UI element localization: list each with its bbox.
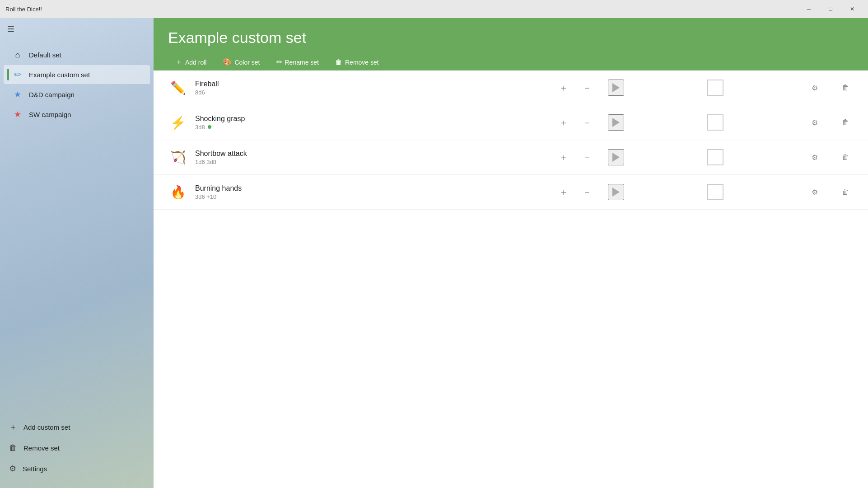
rename-set-label: Rename set: [285, 59, 319, 66]
delete-button[interactable]: 🗑: [837, 149, 854, 165]
roll-item-shocking-grasp: ⚡ Shocking grasp 3d8 ＋ －: [154, 105, 868, 140]
settings-button[interactable]: ⚙: [807, 184, 823, 200]
gear-icon: ⚙: [9, 464, 16, 474]
roll-info-shocking-grasp: Shocking grasp 3d8: [195, 115, 550, 131]
roll-info-fireball: Fireball 8d6: [195, 80, 550, 96]
trash-icon: 🗑: [842, 118, 849, 127]
maximize-button[interactable]: □: [820, 2, 841, 16]
remove-set-label: Remove set: [23, 444, 60, 452]
gear-icon: ⚙: [812, 118, 818, 127]
rolls-list: ✏️ Fireball 8d6 ＋ －: [154, 70, 868, 488]
delete-button[interactable]: 🗑: [837, 80, 854, 96]
roll-controls: ＋ － ⚙ 🗑: [557, 184, 854, 200]
page-title: Example custom set: [168, 29, 854, 47]
title-bar: Roll the Dice!! ─ □ ✕: [0, 0, 868, 18]
color-set-button[interactable]: 🎨 Color set: [215, 54, 267, 70]
sidebar-item-example-custom-set[interactable]: ✏ Example custom set: [4, 65, 150, 84]
roll-info-shortbow-attack: Shortbow attack 1d6 3d8: [195, 150, 550, 165]
color-swatch[interactable]: [707, 149, 723, 165]
gear-icon: ⚙: [812, 188, 818, 197]
roll-name: Fireball: [195, 80, 550, 88]
play-button[interactable]: [608, 149, 624, 165]
quantity-controls: ＋ －: [557, 151, 593, 164]
sidebar-bottom: ＋ Add custom set 🗑 Remove set ⚙ Settings: [0, 409, 154, 488]
play-triangle-icon: [612, 83, 620, 92]
trash-icon: 🗑: [335, 58, 342, 66]
color-swatch[interactable]: [707, 114, 723, 131]
trash-icon: 🗑: [842, 188, 849, 196]
delete-button[interactable]: 🗑: [837, 114, 854, 131]
delete-button[interactable]: 🗑: [837, 184, 854, 200]
sidebar-item-label: D&D campaign: [29, 91, 75, 99]
roll-icon-shortbow-attack: 🏹: [168, 147, 188, 167]
settings-button[interactable]: ⚙: [807, 80, 823, 96]
play-triangle-icon: [612, 188, 620, 197]
title-bar-controls: ─ □ ✕: [798, 2, 863, 16]
decrement-button[interactable]: －: [581, 151, 593, 164]
roll-controls: ＋ － ⚙ 🗑: [557, 80, 854, 96]
hamburger-icon[interactable]: ☰: [7, 24, 14, 34]
sidebar-item-sw-campaign[interactable]: ★ SW campaign: [4, 105, 150, 124]
plus-icon: ＋: [175, 57, 182, 67]
quantity-controls: ＋ －: [557, 116, 593, 129]
decrement-button[interactable]: －: [581, 116, 593, 129]
roll-formula: 8d6: [195, 89, 550, 96]
roll-icon-fireball: ✏️: [168, 78, 188, 98]
quantity-controls: ＋ －: [557, 81, 593, 94]
remove-set-button[interactable]: 🗑 Remove set: [0, 438, 154, 458]
play-button[interactable]: [608, 80, 624, 96]
play-button[interactable]: [608, 184, 624, 200]
increment-button[interactable]: ＋: [557, 116, 570, 129]
increment-button[interactable]: ＋: [557, 186, 570, 198]
decrement-button[interactable]: －: [581, 186, 593, 198]
minimize-button[interactable]: ─: [798, 2, 819, 16]
roll-controls: ＋ － ⚙ 🗑: [557, 114, 854, 131]
trash-icon: 🗑: [9, 443, 17, 453]
settings-button[interactable]: ⚙: [807, 149, 823, 165]
increment-button[interactable]: ＋: [557, 151, 570, 164]
decrement-button[interactable]: －: [581, 81, 593, 94]
active-indicator: [7, 69, 9, 80]
roll-name: Shocking grasp: [195, 115, 550, 123]
roll-formula: 1d6 3d8: [195, 159, 550, 165]
sidebar-item-label: Example custom set: [29, 71, 90, 79]
trash-icon: 🗑: [842, 153, 849, 161]
green-dot-indicator: [208, 125, 211, 129]
play-triangle-icon: [612, 153, 620, 162]
app-title: Roll the Dice!!: [5, 6, 42, 13]
remove-set-label: Remove set: [345, 59, 379, 66]
roll-item-shortbow-attack: 🏹 Shortbow attack 1d6 3d8 ＋ －: [154, 140, 868, 175]
rename-set-button[interactable]: ✏ Rename set: [269, 54, 326, 70]
color-set-label: Color set: [234, 59, 260, 66]
color-swatch[interactable]: [707, 184, 723, 200]
plus-icon: ＋: [9, 422, 17, 432]
roll-name: Shortbow attack: [195, 150, 550, 158]
play-button[interactable]: [608, 114, 624, 131]
remove-set-toolbar-button[interactable]: 🗑 Remove set: [328, 54, 386, 70]
star-blue-icon: ★: [13, 89, 23, 99]
add-roll-button[interactable]: ＋ Add roll: [168, 54, 214, 70]
roll-formula: 3d6 +10: [195, 193, 550, 200]
settings-button[interactable]: ⚙ Settings: [0, 458, 154, 479]
color-swatch[interactable]: [707, 80, 723, 96]
quantity-controls: ＋ －: [557, 186, 593, 198]
sidebar: ☰ ⌂ Default set ✏ Example custom set ★ D…: [0, 18, 154, 488]
roll-item-fireball: ✏️ Fireball 8d6 ＋ －: [154, 70, 868, 105]
increment-button[interactable]: ＋: [557, 81, 570, 94]
rename-icon: ✏: [276, 58, 282, 66]
star-red-icon: ★: [13, 109, 23, 119]
settings-button[interactable]: ⚙: [807, 114, 823, 131]
sidebar-item-default-set[interactable]: ⌂ Default set: [4, 45, 150, 64]
roll-item-burning-hands: 🔥 Burning hands 3d6 +10 ＋ －: [154, 175, 868, 210]
content-header: Example custom set ＋ Add roll 🎨 Color se…: [154, 18, 868, 70]
main-content: Example custom set ＋ Add roll 🎨 Color se…: [154, 18, 868, 488]
app-body: ☰ ⌂ Default set ✏ Example custom set ★ D…: [0, 18, 868, 488]
close-button[interactable]: ✕: [842, 2, 863, 16]
add-custom-set-button[interactable]: ＋ Add custom set: [0, 416, 154, 438]
sidebar-item-dnd-campaign[interactable]: ★ D&D campaign: [4, 85, 150, 104]
palette-icon: 🎨: [223, 58, 232, 66]
roll-icon-burning-hands: 🔥: [168, 182, 188, 202]
gear-icon: ⚙: [812, 84, 818, 92]
roll-formula: 3d8: [195, 124, 550, 131]
toolbar: ＋ Add roll 🎨 Color set ✏ Rename set 🗑 Re…: [168, 54, 854, 70]
